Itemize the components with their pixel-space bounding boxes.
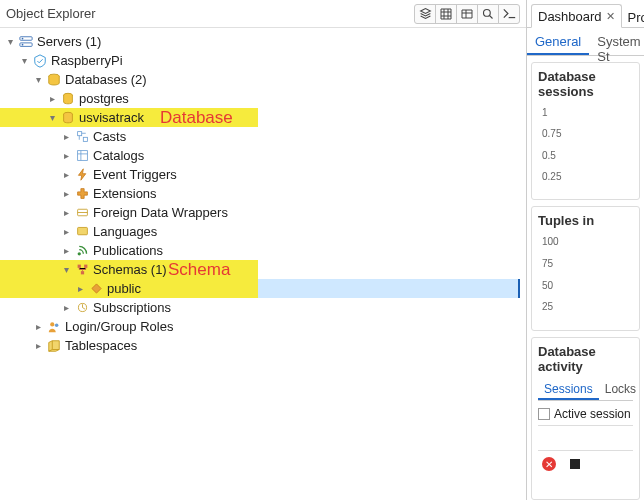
svg-point-0: [484, 9, 491, 16]
terminal-icon[interactable]: [498, 4, 520, 24]
layers-icon[interactable]: [414, 4, 436, 24]
explorer-title: Object Explorer: [6, 6, 96, 21]
svg-rect-19: [91, 284, 100, 293]
tree-label: Subscriptions: [93, 300, 171, 315]
tree-label: Catalogs: [93, 148, 144, 163]
grid-icon[interactable]: [435, 4, 457, 24]
tree-row-servers[interactable]: ▾ Servers (1): [0, 32, 526, 51]
tree-row-fdw[interactable]: ▸ Foreign Data Wrappers: [0, 203, 526, 222]
stop-icon[interactable]: [570, 459, 580, 469]
catalogs-icon: [74, 148, 90, 164]
cancel-icon[interactable]: ✕: [542, 457, 556, 471]
trigger-icon: [74, 167, 90, 183]
tree-row-subscriptions[interactable]: ▸ Subscriptions: [0, 298, 526, 317]
chevron-right-icon[interactable]: ▸: [60, 131, 72, 142]
chevron-right-icon[interactable]: ▸: [32, 340, 44, 351]
extension-icon: [74, 186, 90, 202]
tab-label: Dashboard: [538, 9, 602, 24]
svg-line-1: [490, 15, 493, 18]
tree-row-server[interactable]: ▾ RaspberryPi: [0, 51, 526, 70]
tab-properties[interactable]: Proper: [622, 6, 644, 28]
svg-point-5: [22, 37, 24, 39]
tree-row-login-roles[interactable]: ▸ Login/Group Roles: [0, 317, 526, 336]
tab-dashboard[interactable]: Dashboard ✕: [531, 4, 622, 28]
roles-icon: [46, 319, 62, 335]
grid-header: [538, 425, 633, 451]
y-tick: 1: [542, 107, 548, 118]
annotation-database: Database: [160, 108, 233, 128]
chevron-down-icon[interactable]: ▾: [32, 74, 44, 85]
tab-general[interactable]: General: [527, 28, 589, 55]
chevron-right-icon[interactable]: ▸: [60, 188, 72, 199]
svg-rect-11: [83, 137, 87, 141]
chevron-right-icon[interactable]: ▸: [60, 150, 72, 161]
checkbox-icon[interactable]: [538, 408, 550, 420]
tree-row-event-triggers[interactable]: ▸ Event Triggers: [0, 165, 526, 184]
chevron-right-icon[interactable]: ▸: [60, 245, 72, 256]
tree-row-db-postgres[interactable]: ▸ postgres: [0, 89, 526, 108]
tree-label: RaspberryPi: [51, 53, 123, 68]
tab-label: Proper: [628, 10, 644, 25]
y-tick: 75: [542, 258, 553, 269]
chevron-right-icon[interactable]: ▸: [60, 169, 72, 180]
tree-label: usvisatrack: [79, 110, 144, 125]
chevron-right-icon[interactable]: ▸: [60, 302, 72, 313]
tab-system[interactable]: System St: [589, 28, 644, 55]
svg-rect-16: [77, 265, 80, 268]
activity-section: Database activity Sessions Locks Active …: [531, 337, 640, 500]
tree-row-databases[interactable]: ▾ Databases (2): [0, 70, 526, 89]
tree-label: Tablespaces: [65, 338, 137, 353]
panel-tabs: Dashboard ✕ Proper: [527, 0, 644, 28]
tree-row-publications[interactable]: ▸ Publications: [0, 241, 526, 260]
svg-rect-10: [77, 132, 81, 136]
tree-label: Languages: [93, 224, 157, 239]
chevron-right-icon[interactable]: ▸: [74, 283, 86, 294]
tree-row-extensions[interactable]: ▸ Extensions: [0, 184, 526, 203]
y-tick: 0.5: [542, 149, 556, 160]
table-icon[interactable]: [456, 4, 478, 24]
server-node-icon: [32, 53, 48, 69]
tree-row-schema-public[interactable]: ▸ public: [0, 279, 258, 298]
section-title: Database sessions: [538, 69, 633, 99]
chevron-right-icon[interactable]: ▸: [46, 93, 58, 104]
tree-label: Foreign Data Wrappers: [93, 205, 228, 220]
dashboard-panel: Dashboard ✕ Proper General System St Dat…: [527, 0, 644, 500]
chevron-right-icon[interactable]: ▸: [60, 207, 72, 218]
chevron-down-icon[interactable]: ▾: [4, 36, 16, 47]
fdw-icon: [74, 205, 90, 221]
tree-label: Event Triggers: [93, 167, 177, 182]
chevron-down-icon[interactable]: ▾: [46, 112, 58, 123]
databases-icon: [46, 72, 62, 88]
chevron-down-icon[interactable]: ▾: [60, 264, 72, 275]
tree-view[interactable]: ▾ Servers (1) ▾ RaspberryPi ▾ Databases …: [0, 28, 526, 500]
y-tick: 25: [542, 301, 553, 312]
app-root: Object Explorer ▾ Servers (1) ▾ Raspberr…: [0, 0, 644, 500]
tree-label: Extensions: [93, 186, 157, 201]
tree-row-schemas[interactable]: ▾ Schemas (1) Schema: [0, 260, 258, 279]
tree-row-casts[interactable]: ▸ Casts: [0, 127, 526, 146]
chevron-down-icon[interactable]: ▾: [18, 55, 30, 66]
casts-icon: [74, 129, 90, 145]
search-icon[interactable]: [477, 4, 499, 24]
tree-row-catalogs[interactable]: ▸ Catalogs: [0, 146, 526, 165]
svg-point-15: [77, 252, 80, 255]
svg-point-6: [22, 43, 24, 45]
tab-sessions[interactable]: Sessions: [538, 378, 599, 400]
tree-row-tablespaces[interactable]: ▸ Tablespaces: [0, 336, 526, 355]
svg-point-21: [50, 322, 54, 326]
svg-rect-18: [80, 271, 83, 274]
chevron-right-icon[interactable]: ▸: [32, 321, 44, 332]
y-tick: 0.25: [542, 170, 561, 181]
subscription-icon: [74, 300, 90, 316]
active-sessions-filter[interactable]: Active session: [538, 407, 633, 421]
tree-row-languages[interactable]: ▸ Languages: [0, 222, 526, 241]
tree-label: postgres: [79, 91, 129, 106]
tree-row-db-usvisatrack[interactable]: ▾ usvisatrack Database: [0, 108, 258, 127]
y-tick: 0.75: [542, 128, 561, 139]
chevron-right-icon[interactable]: ▸: [60, 226, 72, 237]
tablespace-icon: [46, 338, 62, 354]
close-icon[interactable]: ✕: [606, 10, 615, 23]
tree-label: Casts: [93, 129, 126, 144]
tree-label: Publications: [93, 243, 163, 258]
tab-locks[interactable]: Locks: [599, 378, 642, 400]
